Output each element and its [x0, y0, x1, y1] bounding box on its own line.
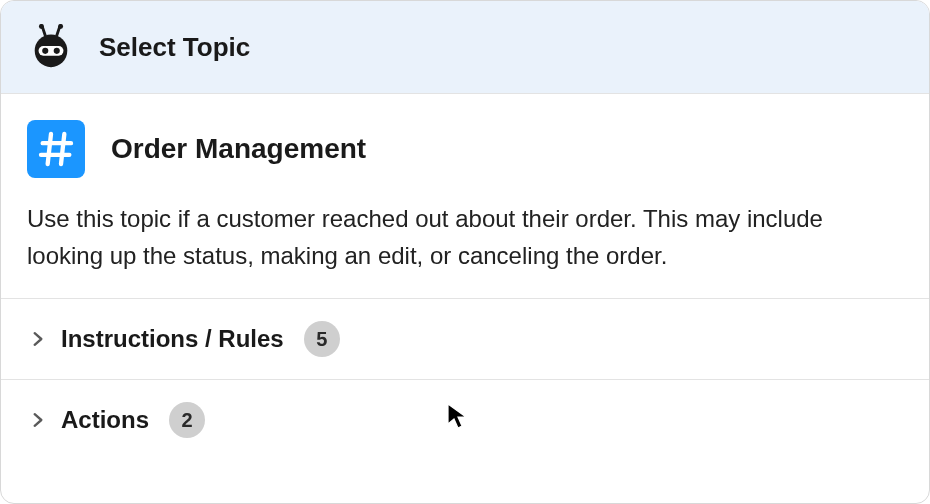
topic-card: Select Topic Order Management Use this t… — [0, 0, 930, 504]
svg-point-6 — [42, 48, 48, 54]
card-header: Select Topic — [1, 1, 929, 94]
svg-point-7 — [54, 48, 60, 54]
svg-point-3 — [58, 24, 63, 29]
instructions-count-badge: 5 — [304, 321, 340, 357]
chevron-right-icon — [27, 328, 49, 350]
card-header-title: Select Topic — [99, 32, 250, 63]
accordion-actions-label: Actions — [61, 406, 149, 434]
chevron-right-icon — [27, 409, 49, 431]
topic-title-row: Order Management — [27, 120, 903, 178]
agent-icon — [27, 23, 75, 71]
accordion-actions[interactable]: Actions 2 — [1, 380, 929, 460]
actions-count-badge: 2 — [169, 402, 205, 438]
hash-icon — [27, 120, 85, 178]
svg-point-1 — [39, 24, 44, 29]
topic-section: Order Management Use this topic if a cus… — [1, 94, 929, 299]
topic-description: Use this topic if a customer reached out… — [27, 200, 903, 274]
accordion-instructions[interactable]: Instructions / Rules 5 — [1, 299, 929, 380]
accordion-instructions-label: Instructions / Rules — [61, 325, 284, 353]
topic-title: Order Management — [111, 133, 366, 165]
